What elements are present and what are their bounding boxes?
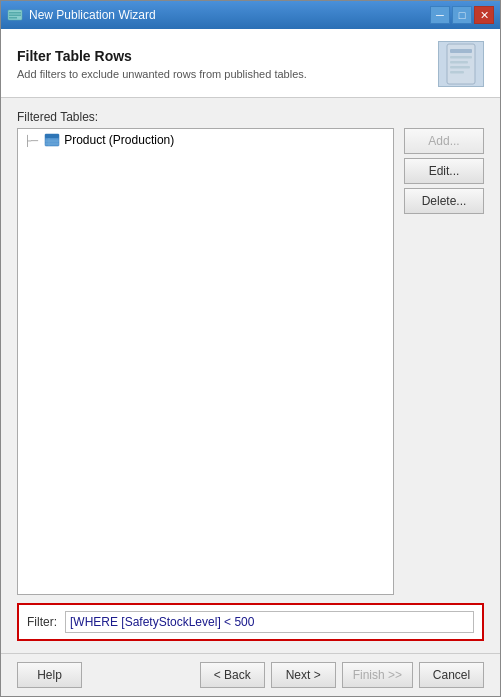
wizard-icon bbox=[438, 41, 484, 87]
tree-item-product[interactable]: ├─ Product (Production) bbox=[18, 129, 393, 151]
svg-rect-11 bbox=[45, 134, 59, 138]
edit-button[interactable]: Edit... bbox=[404, 158, 484, 184]
title-bar-buttons: ─ □ ✕ bbox=[430, 6, 494, 24]
svg-rect-1 bbox=[9, 12, 21, 14]
help-button[interactable]: Help bbox=[17, 662, 82, 688]
cancel-button[interactable]: Cancel bbox=[419, 662, 484, 688]
title-bar-icon bbox=[7, 7, 23, 23]
header-text: Filter Table Rows Add filters to exclude… bbox=[17, 48, 438, 80]
title-bar-left: New Publication Wizard bbox=[7, 7, 156, 23]
svg-rect-8 bbox=[450, 66, 470, 69]
filtered-tables-label: Filtered Tables: bbox=[17, 110, 484, 124]
maximize-button[interactable]: □ bbox=[452, 6, 472, 24]
close-button[interactable]: ✕ bbox=[474, 6, 494, 24]
svg-rect-5 bbox=[450, 49, 472, 53]
table-list-panel[interactable]: ├─ Product (Production) bbox=[17, 128, 394, 595]
filter-input[interactable] bbox=[65, 611, 474, 633]
filter-section: Filter: bbox=[17, 603, 484, 641]
tree-item-label: Product (Production) bbox=[64, 133, 174, 147]
footer-left: Help bbox=[17, 662, 82, 688]
delete-button[interactable]: Delete... bbox=[404, 188, 484, 214]
main-window: New Publication Wizard ─ □ ✕ Filter Tabl… bbox=[0, 0, 501, 697]
finish-button[interactable]: Finish >> bbox=[342, 662, 413, 688]
table-icon bbox=[44, 132, 60, 148]
main-area: ├─ Product (Production) bbox=[17, 128, 484, 595]
next-button[interactable]: Next > bbox=[271, 662, 336, 688]
header-section: Filter Table Rows Add filters to exclude… bbox=[1, 29, 500, 98]
minimize-button[interactable]: ─ bbox=[430, 6, 450, 24]
svg-rect-9 bbox=[450, 71, 464, 74]
header-subtitle: Add filters to exclude unwanted rows fro… bbox=[17, 68, 438, 80]
svg-rect-7 bbox=[450, 61, 468, 64]
window-title: New Publication Wizard bbox=[29, 8, 156, 22]
content-area: Filtered Tables: ├─ bbox=[1, 98, 500, 653]
side-buttons: Add... Edit... Delete... bbox=[404, 128, 484, 595]
svg-rect-2 bbox=[9, 15, 21, 17]
svg-rect-6 bbox=[450, 56, 472, 59]
filter-label: Filter: bbox=[27, 615, 57, 629]
tree-connector-icon: ├─ bbox=[24, 135, 38, 146]
footer-right: < Back Next > Finish >> Cancel bbox=[200, 662, 484, 688]
add-button[interactable]: Add... bbox=[404, 128, 484, 154]
title-bar: New Publication Wizard ─ □ ✕ bbox=[1, 1, 500, 29]
footer: Help < Back Next > Finish >> Cancel bbox=[1, 653, 500, 696]
header-title: Filter Table Rows bbox=[17, 48, 438, 64]
svg-rect-3 bbox=[9, 17, 17, 19]
back-button[interactable]: < Back bbox=[200, 662, 265, 688]
